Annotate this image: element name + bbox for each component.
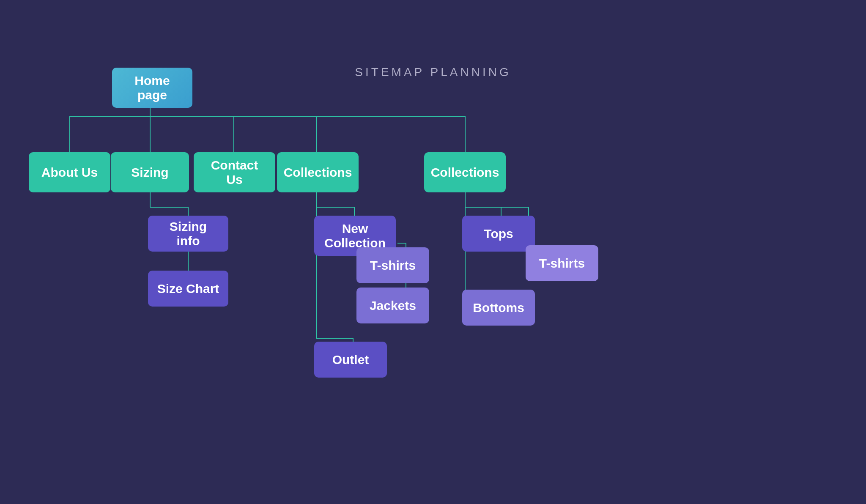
node-collections-2[interactable]: Collections	[424, 152, 506, 192]
node-jackets[interactable]: Jackets	[356, 288, 429, 323]
node-contact-us[interactable]: Contact Us	[194, 152, 275, 192]
node-collections-1[interactable]: Collections	[277, 152, 359, 192]
node-size-chart[interactable]: Size Chart	[148, 271, 228, 307]
node-about-us[interactable]: About Us	[29, 152, 110, 192]
node-sizing[interactable]: Sizing	[111, 152, 189, 192]
node-outlet[interactable]: Outlet	[314, 342, 387, 378]
node-tshirts-2[interactable]: T-shirts	[526, 245, 598, 281]
node-homepage[interactable]: Home page	[112, 68, 192, 108]
node-tops[interactable]: Tops	[462, 216, 535, 252]
node-sizing-info[interactable]: Sizing info	[148, 216, 228, 252]
node-tshirts-1[interactable]: T-shirts	[356, 247, 429, 283]
node-bottoms[interactable]: Bottoms	[462, 290, 535, 326]
